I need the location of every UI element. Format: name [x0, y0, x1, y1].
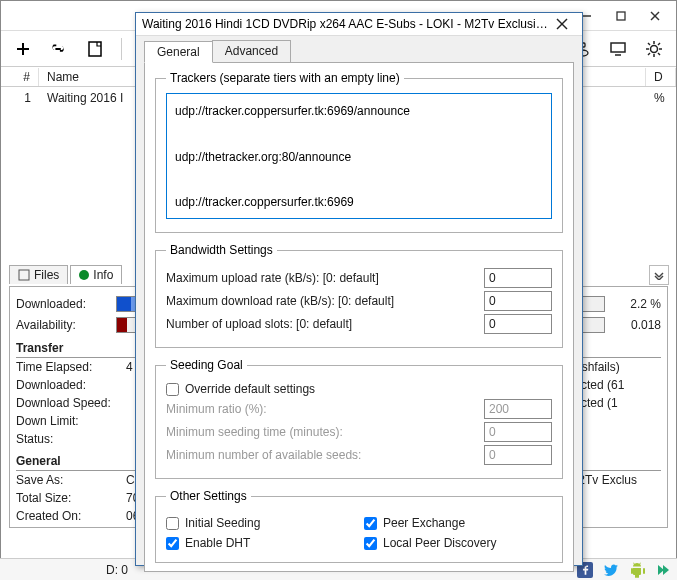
dialog-content: Trackers (separate tiers with an empty l…	[144, 63, 574, 572]
svg-line-20	[648, 53, 650, 55]
maximize-button[interactable]	[604, 5, 638, 27]
max-upload-label: Maximum upload rate (kB/s): [0: default]	[166, 271, 484, 285]
svg-line-18	[658, 53, 660, 55]
tabs-expand-button[interactable]	[649, 265, 669, 285]
min-seeds-input	[484, 445, 552, 465]
svg-marker-28	[663, 565, 669, 575]
trackers-group: Trackers (separate tiers with an empty l…	[155, 71, 563, 233]
time-elapsed-k: Time Elapsed:	[16, 360, 126, 374]
svg-rect-10	[611, 43, 625, 52]
display-icon[interactable]	[604, 35, 632, 63]
enable-dht-label: Enable DHT	[185, 536, 250, 550]
tab-info-label: Info	[93, 268, 113, 282]
min-seed-time-input	[484, 422, 552, 442]
availability-val: 0.018	[605, 318, 661, 332]
dialog-tab-advanced[interactable]: Advanced	[212, 40, 291, 62]
min-ratio-input	[484, 399, 552, 419]
row-num: 1	[1, 89, 39, 107]
upload-slots-label: Number of upload slots: [0: default]	[166, 317, 484, 331]
downloaded-label: Downloaded:	[16, 297, 116, 311]
status-d: D: 0	[106, 563, 128, 577]
svg-rect-6	[89, 42, 101, 56]
row-pct: %	[646, 89, 676, 107]
trackers-legend: Trackers (separate tiers with an empty l…	[166, 71, 404, 85]
down-limit-k: Down Limit:	[16, 414, 126, 428]
tab-info[interactable]: Info	[70, 265, 122, 284]
main-close-button[interactable]	[638, 5, 672, 27]
svg-rect-1	[617, 12, 625, 20]
dialog-close-button[interactable]	[548, 13, 576, 35]
downloaded-k: Downloaded:	[16, 378, 126, 392]
download-speed-k: Download Speed:	[16, 396, 126, 410]
override-label: Override default settings	[185, 382, 315, 396]
local-discovery-label: Local Peer Discovery	[383, 536, 496, 550]
min-seed-time-label: Minimum seeding time (minutes):	[166, 425, 484, 439]
twitter-icon[interactable]	[603, 562, 619, 578]
info-icon	[79, 270, 89, 280]
save-as-k: Save As:	[16, 473, 126, 487]
min-seeds-label: Minimum number of available seeds:	[166, 448, 484, 462]
svg-line-19	[658, 43, 660, 45]
settings-button[interactable]	[640, 35, 668, 63]
tab-files[interactable]: Files	[9, 265, 68, 284]
created-on-k: Created On:	[16, 509, 126, 523]
toolbar-separator	[121, 38, 122, 60]
local-discovery-check[interactable]: Local Peer Discovery	[364, 536, 552, 550]
dialog-titlebar[interactable]: Waiting 2016 Hindi 1CD DVDRip x264 AAC E…	[136, 13, 582, 36]
dialog-buttons: OK Cancel	[144, 572, 574, 580]
svg-point-12	[651, 45, 658, 52]
max-download-label: Maximum download rate (kB/s): [0: defaul…	[166, 294, 484, 308]
trackers-textarea[interactable]	[166, 93, 552, 219]
seeding-goal-legend: Seeding Goal	[166, 358, 247, 372]
dialog-tab-general[interactable]: General	[144, 41, 213, 63]
peer-exchange-check[interactable]: Peer Exchange	[364, 516, 552, 530]
initial-seeding-label: Initial Seeding	[185, 516, 260, 530]
col-num[interactable]: #	[1, 68, 39, 86]
enable-dht-checkbox[interactable]	[166, 537, 179, 550]
add-link-button[interactable]	[45, 35, 73, 63]
dialog-title: Waiting 2016 Hindi 1CD DVDRip x264 AAC E…	[142, 17, 548, 31]
initial-seeding-checkbox[interactable]	[166, 517, 179, 530]
add-torrent-button[interactable]	[9, 35, 37, 63]
svg-rect-21	[19, 270, 29, 280]
max-upload-input[interactable]	[484, 268, 552, 288]
dialog-body: General Advanced Trackers (separate tier…	[136, 36, 582, 580]
seeding-goal-group: Seeding Goal Override default settings M…	[155, 358, 563, 479]
availability-label: Availability:	[16, 318, 116, 332]
min-ratio-label: Minimum ratio (%):	[166, 402, 484, 416]
status-k: Status:	[16, 432, 126, 446]
local-discovery-checkbox[interactable]	[364, 537, 377, 550]
peer-exchange-checkbox[interactable]	[364, 517, 377, 530]
tab-files-label: Files	[34, 268, 59, 282]
total-size-k: Total Size:	[16, 491, 126, 505]
bandwidth-legend: Bandwidth Settings	[166, 243, 277, 257]
android-icon[interactable]	[629, 562, 645, 578]
upload-slots-input[interactable]	[484, 314, 552, 334]
col-d[interactable]: D	[646, 68, 676, 86]
dialog-tabs: General Advanced	[144, 40, 574, 63]
svg-line-17	[648, 43, 650, 45]
forward-icon[interactable]	[655, 562, 671, 578]
override-checkbox[interactable]	[166, 383, 179, 396]
downloaded-pct: 2.2 %	[605, 297, 661, 311]
initial-seeding-check[interactable]: Initial Seeding	[166, 516, 354, 530]
peer-exchange-label: Peer Exchange	[383, 516, 465, 530]
override-defaults-check[interactable]: Override default settings	[166, 382, 552, 396]
torrent-properties-dialog: Waiting 2016 Hindi 1CD DVDRip x264 AAC E…	[135, 12, 583, 566]
other-settings-legend: Other Settings	[166, 489, 251, 503]
enable-dht-check[interactable]: Enable DHT	[166, 536, 354, 550]
bandwidth-group: Bandwidth Settings Maximum upload rate (…	[155, 243, 563, 348]
other-settings-group: Other Settings Initial Seeding Peer Exch…	[155, 489, 563, 563]
max-download-input[interactable]	[484, 291, 552, 311]
create-torrent-button[interactable]	[81, 35, 109, 63]
